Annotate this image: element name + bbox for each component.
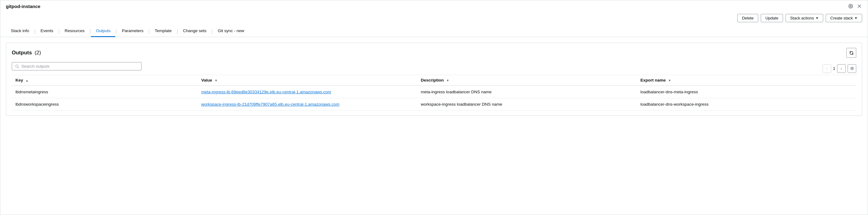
outputs-table: Key ▲ Value ▼ Description ▼ [12,75,856,111]
cell-key: lbdnsmetaingress [12,86,197,98]
title-bar: gitpod-instance [0,0,868,11]
value-link[interactable]: meta-ingress-lb-69eed8e30334129e.elb.eu-… [201,90,331,94]
sort-icon-value: ▼ [215,79,218,82]
tab-git-sync[interactable]: Git sync - new [213,25,249,37]
table-body: lbdnsmetaingress meta-ingress-lb-69eed8e… [12,86,856,111]
tab-change-sets[interactable]: Change sets [178,25,211,37]
sort-icon-export: ▼ [668,79,671,82]
col-header-value[interactable]: Value ▼ [197,75,417,86]
close-icon[interactable] [857,3,862,9]
refresh-button[interactable] [846,48,856,58]
search-icon [15,64,19,69]
cell-description: meta-ingress loadbalancer DNS name [417,86,637,98]
tabs-bar: Stack info | Events | Resources | Output… [0,25,868,37]
outputs-section: Outputs (2) ‹ [6,42,862,116]
toolbar: Delete Update Stack actions ▼ Create sta… [0,11,868,25]
search-input[interactable] [21,64,138,69]
sort-icon-description: ▼ [446,79,449,82]
create-stack-button[interactable]: Create stack ▼ [826,14,862,22]
window-title: gitpod-instance [6,4,40,9]
col-header-export[interactable]: Export name ▼ [637,75,856,86]
col-header-description[interactable]: Description ▼ [417,75,637,86]
settings-icon[interactable] [848,3,854,9]
main-content: Outputs (2) ‹ [0,37,868,121]
stack-actions-dropdown-arrow: ▼ [815,17,818,20]
tab-stack-info[interactable]: Stack info [6,25,34,37]
table-row: lbdnsmetaingress meta-ingress-lb-69eed8e… [12,86,856,98]
tab-template[interactable]: Template [150,25,177,37]
pagination-page: 1 [833,66,835,71]
tab-resources[interactable]: Resources [60,25,90,37]
create-stack-dropdown-arrow: ▼ [855,17,858,20]
window-controls [848,3,862,9]
cell-export: loadbalancer-dns-meta-ingress [637,86,856,98]
table-settings-button[interactable] [847,64,856,73]
tab-events[interactable]: Events [35,25,58,37]
main-window: gitpod-instance Delete Update Stack acti… [0,0,868,215]
pagination-next-button[interactable]: › [837,64,846,73]
tab-parameters[interactable]: Parameters [117,25,148,37]
search-row: ‹ 1 › [12,62,856,75]
refresh-icon [849,51,854,55]
cell-key: lbdnsworkspaceingress [12,98,197,111]
cell-description: workspace-ingress loadbalancer DNS name [417,98,637,111]
col-header-key[interactable]: Key ▲ [12,75,197,86]
value-link[interactable]: workspace-ingress-lb-21d709ffe7907a65.el… [201,102,339,106]
cell-value[interactable]: workspace-ingress-lb-21d709ffe7907a65.el… [197,98,417,111]
section-header: Outputs (2) [12,48,856,58]
search-bar[interactable] [12,62,142,70]
update-button[interactable]: Update [761,14,783,22]
pagination-prev-button[interactable]: ‹ [823,64,831,73]
table-settings-icon [850,66,854,70]
tab-outputs[interactable]: Outputs [91,25,115,37]
stack-actions-button[interactable]: Stack actions ▼ [785,14,823,22]
cell-value[interactable]: meta-ingress-lb-69eed8e30334129e.elb.eu-… [197,86,417,98]
delete-button[interactable]: Delete [737,14,758,22]
section-title: Outputs (2) [12,50,41,56]
sort-icon-key: ▲ [26,79,29,82]
cell-export: loadbalancer-dns-workspace-ingress [637,98,856,111]
table-row: lbdnsworkspaceingress workspace-ingress-… [12,98,856,111]
table-header-row: Key ▲ Value ▼ Description ▼ [12,75,856,86]
pagination-controls: ‹ 1 › [823,64,856,73]
